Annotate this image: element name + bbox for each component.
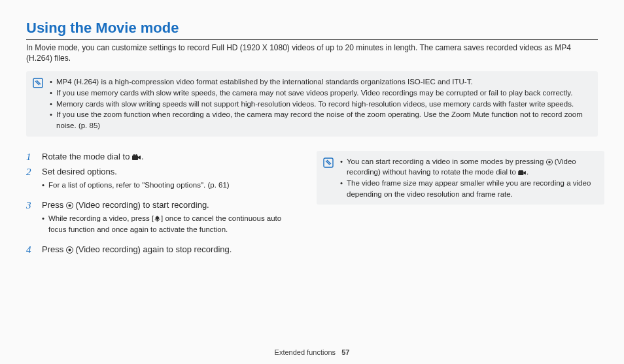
step-number: 3: [26, 199, 35, 241]
step-body: Set desired options. For a list of optio…: [42, 166, 286, 197]
step-text: Press: [42, 244, 66, 254]
left-column: 1 Rotate the mode dial to . 2 Set desire…: [26, 151, 286, 259]
note-icon: [33, 78, 43, 88]
note-item: If you use the zoom function when record…: [50, 109, 591, 131]
side-note-list: You can start recording a video in some …: [340, 156, 598, 200]
step-2: 2 Set desired options. For a list of opt…: [26, 166, 286, 197]
note-text: You can start recording a video in some …: [347, 157, 546, 165]
step-text-mid: (Video recording) again to stop recordin…: [75, 244, 232, 254]
intro-text: In Movie mode, you can customize setting…: [26, 42, 598, 63]
record-button-icon: [546, 159, 553, 165]
content-columns: 1 Rotate the mode dial to . 2 Set desire…: [26, 151, 598, 259]
page-footer: Extended functions 57: [0, 348, 624, 356]
note-item: If you use memory cards with slow write …: [50, 88, 591, 99]
svg-rect-11: [324, 158, 333, 167]
step-sub-list: For a list of options, refer to "Shootin…: [42, 180, 286, 191]
note-text: .: [527, 168, 529, 176]
step-number: 1: [26, 151, 35, 164]
right-column: You can start recording a video in some …: [317, 151, 598, 205]
macro-icon: [154, 215, 161, 222]
step-text: Rotate the mode dial to: [42, 152, 132, 161]
step-body: Press (Video recording) again to stop re…: [42, 244, 286, 257]
page-title: Using the Movie mode: [26, 20, 598, 37]
side-note-box: You can start recording a video in some …: [317, 151, 604, 205]
note-item: MP4 (H.264) is a high-compression video …: [50, 76, 591, 88]
note-item: The video frame size may appear smaller …: [340, 178, 598, 199]
document-page: Using the Movie mode In Movie mode, you …: [0, 0, 624, 364]
top-note-list: MP4 (H.264) is a high-compression video …: [50, 76, 591, 131]
step-number: 2: [26, 166, 35, 197]
svg-marker-17: [523, 171, 526, 174]
step-text-mid: (Video recording) to start recording.: [75, 200, 209, 210]
svg-rect-0: [33, 78, 43, 88]
svg-point-8: [68, 205, 71, 207]
note-item: You can start recording a video in some …: [340, 156, 598, 178]
svg-point-6: [135, 154, 137, 156]
step-sub-list: While recording a video, press [ ] once …: [42, 213, 286, 235]
movie-mode-icon: [518, 170, 527, 176]
step-text: Press: [42, 200, 66, 210]
footer-section: Extended functions: [275, 348, 336, 356]
svg-rect-3: [132, 156, 138, 160]
step-sub-item: While recording a video, press [ ] once …: [42, 213, 286, 235]
step-body: Rotate the mode dial to .: [42, 151, 286, 164]
svg-point-19: [521, 170, 523, 172]
top-note-box: MP4 (H.264) is a high-compression video …: [26, 71, 598, 136]
note-item: Memory cards with slow writing speeds wi…: [50, 99, 591, 110]
step-3: 3 Press (Video recording) to start recor…: [26, 199, 286, 241]
step-text: Set desired options.: [42, 167, 117, 176]
svg-point-18: [519, 170, 521, 172]
step-number: 4: [26, 244, 35, 257]
step-body: Press (Video recording) to start recordi…: [42, 199, 286, 241]
title-divider: [26, 39, 598, 40]
svg-point-5: [133, 154, 135, 156]
footer-page-number: 57: [341, 348, 349, 356]
svg-marker-4: [138, 156, 141, 159]
record-button-icon: [66, 202, 73, 209]
step-4: 4 Press (Video recording) again to stop …: [26, 244, 286, 257]
record-button-icon: [66, 246, 73, 254]
svg-point-15: [548, 161, 551, 163]
note-icon: [323, 157, 334, 168]
step-text-after: .: [141, 152, 144, 161]
step-sub-item: For a list of options, refer to "Shootin…: [42, 180, 286, 191]
movie-mode-icon: [132, 154, 141, 161]
svg-point-10: [68, 249, 71, 252]
step-1: 1 Rotate the mode dial to .: [26, 151, 286, 164]
svg-rect-16: [518, 171, 523, 175]
sub-text-before: While recording a video, press [: [48, 214, 154, 222]
